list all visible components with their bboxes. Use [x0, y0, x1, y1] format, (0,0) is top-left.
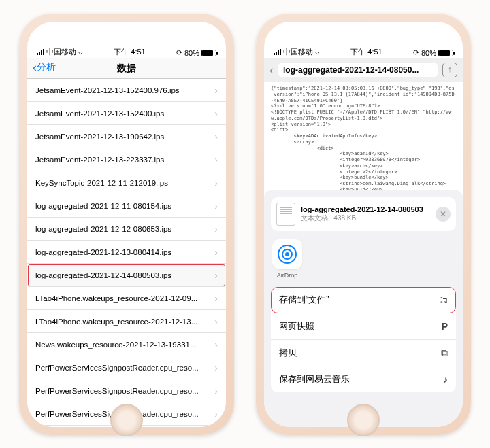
airdrop-icon: [278, 245, 297, 264]
list-item-label: log-aggregated-2021-12-14-080503.ips: [35, 271, 172, 279]
list-item-label: PerfPowerServicesSignpostReader.cpu_reso…: [35, 387, 199, 395]
list-item[interactable]: JetsamEvent-2021-12-13-152400.976.ips›: [27, 79, 226, 102]
nav-bar: ‹ 分析 数据: [27, 58, 226, 79]
chevron-right-icon: ›: [214, 201, 218, 211]
chevron-right-icon: ›: [214, 362, 218, 373]
list-item-label: log-aggregated-2021-12-13-080414.ips: [35, 248, 172, 256]
chevron-right-icon: ›: [214, 293, 218, 304]
list-item[interactable]: News.wakeups_resource-2021-12-13-19331..…: [27, 333, 226, 356]
list-item[interactable]: JetsamEvent-2021-12-13-223337.ips›: [27, 148, 226, 171]
battery-icon: [201, 50, 216, 56]
list-item[interactable]: LTao4iPhone.wakeups_resource-2021-12-09.…: [27, 287, 226, 310]
signal-icon: [274, 49, 281, 55]
list-item-label: log-aggregated-2021-12-12-080653.ips: [35, 225, 172, 233]
carrier-label: 中国移动: [46, 47, 76, 57]
carrier-label: 中国移动: [283, 47, 313, 57]
clock: 下午 4:51: [350, 47, 382, 57]
list-item-label: News.wakeups_resource-2021-12-13-19331..…: [35, 341, 197, 349]
list-item-label: JetsamEvent-2021-12-13-190642.ips: [35, 133, 164, 141]
list-item-label: LTao4iPhone.wakeups_resource-2021-12-13.…: [35, 317, 197, 326]
document-icon: [276, 203, 295, 226]
list-item[interactable]: log-aggregated-2021-12-13-080414.ips›: [27, 241, 226, 264]
action-label: 存储到“文件”: [279, 294, 329, 306]
list-item[interactable]: JetsamEvent-2021-12-13-190642.ips›: [27, 125, 226, 148]
screen-right: 中国移动 ⌵ 下午 4:51 ⟳ 80% ‹ log-aggregated-20…: [264, 22, 463, 427]
list-item-label: PerfPowerServicesSignpostReader.cpu_reso…: [35, 364, 199, 372]
chevron-right-icon: ›: [214, 247, 218, 258]
list-item[interactable]: LTao4iPhone.wakeups_resource-2021-12-13.…: [27, 310, 226, 333]
chevron-right-icon: ›: [214, 131, 218, 142]
file-card: log-aggregated-2021-12-14-080503 文本文稿 · …: [271, 197, 456, 231]
screen-left: 中国移动 ⌵ 下午 4:51 ⟳ 80% ‹ 分析 数据 JetsamEvent…: [27, 22, 226, 427]
list-item-label: KeySyncTopic-2021-12-11-212019.ips: [35, 179, 168, 187]
battery-percent: 80%: [421, 49, 436, 57]
wifi-icon: ⌵: [315, 48, 320, 56]
share-sheet: log-aggregated-2021-12-14-080503 文本文稿 · …: [264, 190, 463, 427]
copy-action[interactable]: 拷贝 ⧉: [271, 340, 456, 366]
file-subtitle: 文本文稿 · 438 KB: [301, 213, 430, 223]
chevron-right-icon: ›: [214, 154, 218, 165]
list-item[interactable]: log-aggregated-2021-12-14-080503.ips›: [27, 264, 226, 287]
chevron-right-icon: ›: [214, 108, 218, 119]
list-item[interactable]: log-aggregated-2021-12-12-080653.ips›: [27, 218, 226, 241]
airdrop-button[interactable]: AirDrop: [272, 239, 302, 279]
rotation-lock-icon: ⟳: [413, 48, 419, 57]
status-bar: 中国移动 ⌵ 下午 4:51 ⟳ 80%: [27, 31, 226, 58]
list-item[interactable]: PerfPowerServicesSignpostReader.cpu_reso…: [27, 379, 226, 402]
action-list: 存储到“文件” 🗂 网页快照 P 拷贝 ⧉ 保存到网易云音乐 ♪: [271, 287, 456, 392]
chevron-right-icon: ›: [214, 339, 218, 350]
list-item-label: log-aggregated-2021-12-11-080154.ips: [35, 202, 172, 210]
list-item-label: JetsamEvent-2021-12-13-152400.976.ips: [35, 86, 180, 94]
rotation-lock-icon: ⟳: [176, 48, 182, 57]
back-button[interactable]: ‹: [270, 64, 274, 76]
airdrop-row: AirDrop: [271, 237, 456, 281]
web-snapshot-action[interactable]: 网页快照 P: [271, 313, 456, 340]
iphone-mockup-right: 中国移动 ⌵ 下午 4:51 ⟳ 80% ‹ log-aggregated-20…: [256, 14, 471, 435]
action-label: 保存到网易云音乐: [279, 373, 350, 385]
status-bar: 中国移动 ⌵ 下午 4:51 ⟳ 80%: [264, 31, 463, 58]
iphone-mockup-left: 中国移动 ⌵ 下午 4:51 ⟳ 80% ‹ 分析 数据 JetsamEvent…: [19, 14, 234, 435]
chevron-right-icon: ›: [214, 385, 218, 396]
list-item[interactable]: PerfPowerServicesSignpostReader.cpu_reso…: [27, 356, 226, 379]
list-item[interactable]: JetsamEvent-2021-12-13-152400.ips›: [27, 102, 226, 125]
share-button[interactable]: [442, 63, 457, 77]
chevron-right-icon: ›: [214, 177, 218, 188]
close-button[interactable]: ✕: [436, 207, 451, 222]
save-netease-action[interactable]: 保存到网易云音乐 ♪: [271, 366, 456, 392]
page-title: log-aggregated-2021-12-14-08050...: [278, 63, 438, 77]
chevron-right-icon: ›: [214, 316, 218, 327]
battery-percent: 80%: [184, 49, 199, 57]
home-button[interactable]: [347, 404, 380, 436]
action-label: 拷贝: [279, 347, 297, 359]
back-button[interactable]: ‹ 分析: [33, 61, 56, 73]
list-item[interactable]: KeySyncTopic-2021-12-11-212019.ips›: [27, 171, 226, 194]
chevron-right-icon: ›: [214, 224, 218, 235]
page-title: 数据: [117, 63, 136, 75]
list-item-label: LTao4iPhone.wakeups_resource-2021-12-09.…: [35, 294, 197, 303]
list-item[interactable]: log-aggregated-2021-12-11-080154.ips›: [27, 194, 226, 218]
copy-icon: ⧉: [441, 347, 448, 359]
log-file-list[interactable]: JetsamEvent-2021-12-13-152400.976.ips›Je…: [27, 79, 226, 427]
airdrop-label: AirDrop: [277, 272, 298, 279]
wifi-icon: ⌵: [78, 48, 83, 56]
chevron-right-icon: ›: [214, 409, 218, 419]
back-label: 分析: [37, 61, 56, 73]
action-label: 网页快照: [279, 320, 314, 332]
pocket-icon: P: [442, 321, 448, 332]
clock: 下午 4:51: [114, 47, 145, 57]
chevron-right-icon: ›: [214, 85, 218, 96]
signal-icon: [37, 49, 44, 55]
home-button[interactable]: [110, 404, 143, 436]
netease-music-icon: ♪: [443, 374, 448, 385]
file-content-view[interactable]: {"timestamp":"2021-12-14 08:05:03.16 +08…: [264, 82, 463, 190]
battery-icon: [438, 50, 453, 56]
file-name: log-aggregated-2021-12-14-080503: [301, 205, 430, 213]
chevron-right-icon: ›: [214, 270, 218, 281]
folder-icon: 🗂: [438, 294, 448, 305]
save-to-files-action[interactable]: 存储到“文件” 🗂: [271, 287, 456, 313]
nav-bar: ‹ log-aggregated-2021-12-14-08050...: [264, 58, 463, 82]
list-item-label: JetsamEvent-2021-12-13-223337.ips: [35, 156, 164, 164]
list-item-label: JetsamEvent-2021-12-13-152400.ips: [35, 109, 164, 118]
